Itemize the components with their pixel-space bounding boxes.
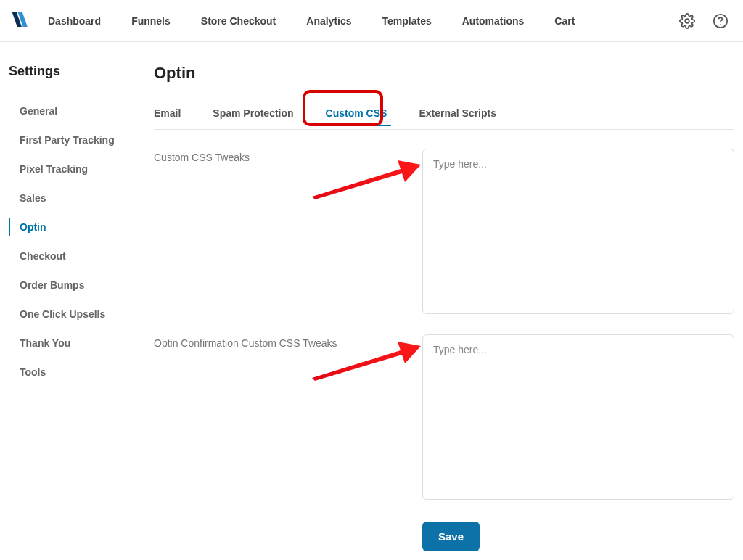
field-label-optin-confirmation-css: Optin Confirmation Custom CSS Tweaks <box>154 334 422 349</box>
nav-icons <box>679 13 728 29</box>
sidebar-item-general[interactable]: General <box>9 96 139 125</box>
field-optin-confirmation-css: Optin Confirmation Custom CSS Tweaks <box>154 334 734 503</box>
nav-dashboard[interactable]: Dashboard <box>48 15 101 27</box>
tab-custom-css[interactable]: Custom CSS <box>326 103 387 126</box>
sidebar-item-first-party-tracking[interactable]: First Party Tracking <box>9 125 139 155</box>
logo <box>9 9 33 33</box>
svg-point-4 <box>720 24 721 25</box>
sidebar-item-checkout[interactable]: Checkout <box>9 242 139 271</box>
nav-automations[interactable]: Automations <box>462 15 525 27</box>
sidebar-title: Settings <box>9 64 139 79</box>
help-icon[interactable] <box>713 13 728 29</box>
sidebar-item-sales[interactable]: Sales <box>9 184 139 213</box>
save-row: Save <box>154 522 734 551</box>
top-nav: Dashboard Funnels Store Checkout Analyti… <box>0 0 743 42</box>
textarea-optin-confirmation-css[interactable] <box>422 334 734 500</box>
nav-store-checkout[interactable]: Store Checkout <box>201 15 276 27</box>
svg-marker-5 <box>312 160 421 199</box>
main: Optin Email Spam Protection Custom CSS E… <box>154 64 734 551</box>
tab-email[interactable]: Email <box>154 103 181 129</box>
nav-funnels[interactable]: Funnels <box>131 15 171 27</box>
tab-external-scripts[interactable]: External Scripts <box>419 103 496 129</box>
tab-spam-protection[interactable]: Spam Protection <box>213 103 293 129</box>
nav-items: Dashboard Funnels Store Checkout Analyti… <box>48 15 679 27</box>
svg-point-2 <box>685 19 689 23</box>
sidebar-list: General First Party Tracking Pixel Track… <box>9 96 139 387</box>
nav-analytics[interactable]: Analytics <box>306 15 351 27</box>
sidebar: Settings General First Party Tracking Pi… <box>9 64 139 551</box>
tabs: Email Spam Protection Custom CSS Externa… <box>154 103 734 130</box>
sidebar-item-tools[interactable]: Tools <box>9 358 139 387</box>
sidebar-item-pixel-tracking[interactable]: Pixel Tracking <box>9 155 139 184</box>
sidebar-item-order-bumps[interactable]: Order Bumps <box>9 271 139 300</box>
sidebar-item-one-click-upsells[interactable]: One Click Upsells <box>9 300 139 329</box>
sidebar-item-optin[interactable]: Optin <box>9 213 139 242</box>
save-button[interactable]: Save <box>422 522 480 551</box>
nav-templates[interactable]: Templates <box>382 15 432 27</box>
sidebar-item-thank-you[interactable]: Thank You <box>9 329 139 358</box>
page-title: Optin <box>154 64 734 83</box>
field-custom-css: Custom CSS Tweaks <box>154 149 734 317</box>
textarea-custom-css[interactable] <box>422 149 734 314</box>
field-label-custom-css: Custom CSS Tweaks <box>154 149 422 163</box>
content: Settings General First Party Tracking Pi… <box>0 42 743 560</box>
gear-icon[interactable] <box>679 13 695 29</box>
nav-cart[interactable]: Cart <box>554 15 575 27</box>
